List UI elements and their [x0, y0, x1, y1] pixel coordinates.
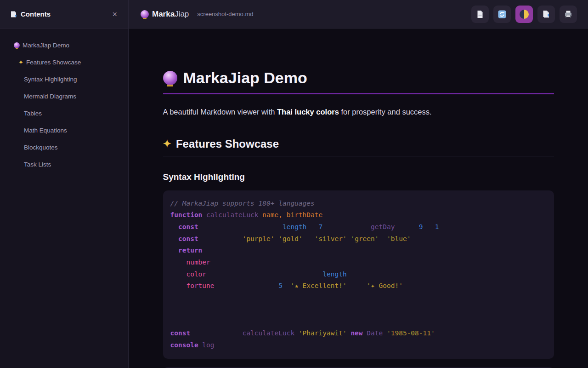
- open-filename: screenshot-demo.md: [197, 11, 471, 17]
- toc-item-label: Math Equations: [24, 127, 67, 134]
- toc-item-label: Syntax Highlighting: [24, 76, 77, 83]
- intro-text: for prosperity and success.: [339, 108, 432, 116]
- table-of-contents: MarkaJiap Demo Features Showcase Syntax …: [0, 29, 129, 368]
- print-button[interactable]: [560, 6, 577, 23]
- sparkles-icon: [163, 138, 171, 150]
- brand-name-bold: Marka: [152, 10, 175, 18]
- sidebar-header: Contents ×: [0, 0, 129, 29]
- bookmark-tabs-icon: [542, 10, 551, 19]
- intro-bold-text: Thai lucky colors: [277, 108, 339, 116]
- toc-item-label: Features Showcase: [26, 59, 81, 66]
- app-header: MarkaJiap screenshot-demo.md: [129, 0, 588, 29]
- app-window: Contents × MarkaJiap screenshot-demo.md: [0, 0, 588, 368]
- toc-item-syntax-highlighting[interactable]: Syntax Highlighting: [0, 71, 128, 88]
- sidebar-close-button[interactable]: ×: [110, 9, 119, 19]
- refresh-button[interactable]: [493, 6, 511, 23]
- toc-item-blockquotes[interactable]: Blockquotes: [0, 139, 128, 156]
- intro-text: A beautiful Markdown viewer with: [163, 108, 277, 116]
- toc-item-label: Task Lists: [24, 161, 51, 168]
- theme-toggle-button[interactable]: [515, 6, 533, 23]
- rendered-markdown: MarkaJiap Demo A beautiful Markdown view…: [163, 29, 554, 368]
- refresh-icon: [498, 10, 507, 19]
- toc-item-task-lists[interactable]: Task Lists: [0, 156, 128, 173]
- intro-paragraph: A beautiful Markdown viewer with Thai lu…: [163, 106, 554, 118]
- printer-icon: [564, 10, 573, 19]
- bookmark-tabs-icon: [10, 11, 17, 18]
- toc-item-label: Mermaid Diagrams: [24, 93, 76, 100]
- page-icon: [475, 10, 485, 19]
- copy-pages-button[interactable]: [537, 6, 555, 23]
- brand-name-light: Jiap: [175, 10, 189, 18]
- toc-item-label: Blockquotes: [24, 144, 58, 151]
- toc-item-mermaid-diagrams[interactable]: Mermaid Diagrams: [0, 88, 128, 105]
- app-logo: MarkaJiap: [141, 10, 189, 19]
- crystal-ball-icon: [14, 42, 20, 48]
- page-title: MarkaJiap Demo: [163, 69, 554, 94]
- toc-item-label: Tables: [24, 110, 42, 117]
- toc-item-features-showcase[interactable]: Features Showcase: [0, 54, 128, 71]
- half-moon-icon: [520, 10, 529, 19]
- crystal-ball-icon: [163, 71, 177, 85]
- toc-item-tables[interactable]: Tables: [0, 105, 128, 122]
- toc-item-math-equations[interactable]: Math Equations: [0, 122, 128, 139]
- code-block-javascript: // MarkaJiap supports 180+ languages fun…: [163, 190, 554, 359]
- section-heading-features: Features Showcase: [163, 138, 554, 156]
- document-viewport: MarkaJiap Demo A beautiful Markdown view…: [129, 29, 588, 368]
- crystal-ball-icon: [141, 10, 149, 18]
- sidebar-title: Contents: [21, 10, 110, 18]
- sparkles-icon: [18, 59, 23, 66]
- toc-item-markajiap-demo[interactable]: MarkaJiap Demo: [0, 37, 128, 54]
- page-title-text: MarkaJiap Demo: [183, 69, 307, 87]
- subsection-heading-syntax: Syntax Highlighting: [163, 172, 554, 182]
- toolbar: [471, 6, 577, 23]
- toc-item-label: MarkaJiap Demo: [23, 42, 69, 49]
- document-view-button[interactable]: [471, 6, 489, 23]
- section-heading-text: Features Showcase: [176, 138, 279, 150]
